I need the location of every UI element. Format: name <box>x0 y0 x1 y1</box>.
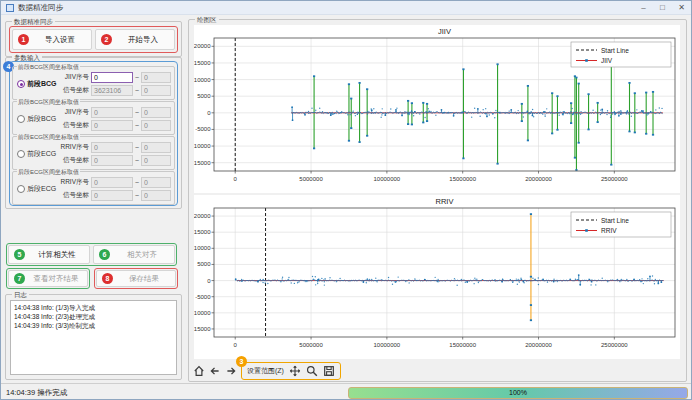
tilde: ~ <box>135 144 139 151</box>
save-icon[interactable] <box>323 365 335 377</box>
jiiv-index-label: JIIV序号 <box>57 108 89 117</box>
svg-text:20000000: 20000000 <box>525 342 552 348</box>
svg-text:-15000: -15000 <box>194 326 211 332</box>
svg-text:10000000: 10000000 <box>374 176 401 182</box>
save-result-button[interactable]: 8 保存结果 <box>96 270 176 287</box>
signal-coord-from-input[interactable] <box>91 85 133 96</box>
signal-coord-to-input[interactable] <box>141 120 171 131</box>
pan-icon[interactable] <box>289 365 301 377</box>
section-front-bcg: 前段BCG区间坐标取值 前段BCG JIIV序号 ~ 信号坐标 <box>12 66 175 100</box>
rriv-chart[interactable]: 0500000010000000150000002000000025000000… <box>194 195 680 359</box>
radio-icon <box>17 115 25 123</box>
rear-ecg-radio[interactable]: 后段ECG <box>17 184 56 194</box>
rriv-index-label: RRIV序号 <box>57 178 89 187</box>
jiiv-index-from-input[interactable] <box>91 107 133 118</box>
rriv-index-from-input[interactable] <box>91 142 133 153</box>
signal-coord-to-input[interactable] <box>141 155 171 166</box>
import-buttons-box: 1 导入设置 2 开始导入 <box>9 26 178 53</box>
front-ecg-radio[interactable]: 前段ECG <box>17 149 56 159</box>
svg-text:10000: 10000 <box>194 245 211 251</box>
rriv-index-to-input[interactable] <box>141 177 171 188</box>
svg-text:JIIV: JIIV <box>601 57 613 64</box>
jiiv-chart[interactable]: 0500000010000000150000002000000025000000… <box>194 25 680 193</box>
window-title: 数据精准同步 <box>18 3 63 13</box>
svg-text:-10000: -10000 <box>194 310 211 316</box>
rriv-index-to-input[interactable] <box>141 142 171 153</box>
forward-icon[interactable] <box>225 365 237 377</box>
tilde: ~ <box>135 109 139 116</box>
jiiv-index-to-input[interactable] <box>141 72 171 83</box>
signal-coord-to-input[interactable] <box>141 190 171 201</box>
sync-group-label: 数据精准同步 <box>12 17 55 26</box>
view-align-result-label: 查看对齐结果 <box>30 274 82 284</box>
plot-toolbar: 3 设置范围(Z) <box>193 361 341 381</box>
step-1-badge: 1 <box>18 34 29 45</box>
svg-text:20000: 20000 <box>194 43 211 49</box>
svg-text:5000: 5000 <box>197 93 211 99</box>
tilde: ~ <box>135 157 139 164</box>
save-result-label: 保存结果 <box>118 274 170 284</box>
save-result-box: 8 保存结果 <box>94 268 178 289</box>
signal-coord-to-input[interactable] <box>141 85 171 96</box>
radio-icon <box>17 150 25 158</box>
rriv-index-from-input[interactable] <box>91 177 133 188</box>
signal-coord-label: 信号坐标 <box>57 191 89 200</box>
status-bar: 14:04:39 操作完成 100% <box>1 383 692 400</box>
signal-coord-label: 信号坐标 <box>57 121 89 130</box>
svg-text:-5000: -5000 <box>195 294 211 300</box>
plot-area-label: 绘图区 <box>195 15 219 24</box>
log-entry: 14:04:38 Info: (2/3)处理完成 <box>14 312 173 321</box>
svg-text:RRIV: RRIV <box>601 227 617 234</box>
svg-text:5000000: 5000000 <box>299 342 323 348</box>
svg-text:RRIV: RRIV <box>436 197 454 206</box>
signal-coord-from-input[interactable] <box>91 155 133 166</box>
close-button[interactable]: ✕ <box>672 1 691 14</box>
svg-text:15000000: 15000000 <box>449 342 476 348</box>
svg-text:5000000: 5000000 <box>299 176 323 182</box>
start-import-label: 开始导入 <box>117 35 169 45</box>
section-rear-bcg: 后段BCG区间坐标取值 后段BCG JIIV序号 ~ 信号坐标 <box>12 101 175 135</box>
compute-correlation-button[interactable]: 5 计算相关性 <box>8 245 90 264</box>
step-3-badge: 3 <box>236 356 247 367</box>
section-front-ecg-title: 前段ECG区间坐标取值 <box>17 133 80 141</box>
start-import-button[interactable]: 2 开始导入 <box>95 29 175 50</box>
svg-text:-5000: -5000 <box>195 126 211 132</box>
view-align-result-button[interactable]: 7 查看对齐结果 <box>8 270 88 287</box>
progress-bar: 100% <box>348 387 688 399</box>
step-7-badge: 7 <box>14 273 25 284</box>
progress-label: 100% <box>509 389 527 396</box>
tilde: ~ <box>135 87 139 94</box>
tilde: ~ <box>135 74 139 81</box>
maximize-button[interactable]: □ <box>653 1 672 14</box>
home-icon[interactable] <box>193 365 205 377</box>
back-icon[interactable] <box>209 365 221 377</box>
import-settings-button[interactable]: 1 导入设置 <box>12 29 92 50</box>
section-rear-ecg-title: 后段ECG区间坐标取值 <box>17 168 80 176</box>
section-front-ecg: 前段ECG区间坐标取值 前段ECG RRIV序号 ~ 信号坐标 <box>12 136 175 170</box>
tilde: ~ <box>135 122 139 129</box>
compute-correlation-label: 计算相关性 <box>30 250 84 260</box>
section-rear-bcg-title: 后段BCG区间坐标取值 <box>17 98 80 106</box>
view-result-box: 7 查看对齐结果 <box>6 268 90 289</box>
app-icon <box>6 4 14 12</box>
jiiv-index-to-input[interactable] <box>141 107 171 118</box>
radio-icon <box>17 185 25 193</box>
set-range-box: 3 设置范围(Z) <box>241 362 341 380</box>
signal-coord-from-input[interactable] <box>91 120 133 131</box>
signal-coord-label: 信号坐标 <box>57 156 89 165</box>
front-bcg-radio[interactable]: 前段BCG <box>17 79 57 89</box>
set-range-button[interactable]: 设置范围(Z) <box>247 366 284 376</box>
step-8-badge: 8 <box>102 273 113 284</box>
zoom-icon[interactable] <box>306 365 318 377</box>
svg-text:-10000: -10000 <box>194 143 211 149</box>
svg-text:JIIV: JIIV <box>438 27 451 36</box>
signal-coord-from-input[interactable] <box>91 190 133 201</box>
rear-bcg-radio[interactable]: 后段BCG <box>17 114 56 124</box>
params-box: 4 前段BCG区间坐标取值 前段BCG JIIV序号 ~ 信号坐标 <box>9 61 178 206</box>
jiiv-index-from-input[interactable] <box>91 72 133 83</box>
correlation-buttons-box: 5 计算相关性 6 相关对齐 <box>6 243 177 266</box>
tilde: ~ <box>135 179 139 186</box>
correlation-align-button[interactable]: 6 相关对齐 <box>93 245 175 264</box>
minimize-button[interactable]: – <box>634 1 653 14</box>
svg-text:Start Line: Start Line <box>601 217 629 224</box>
